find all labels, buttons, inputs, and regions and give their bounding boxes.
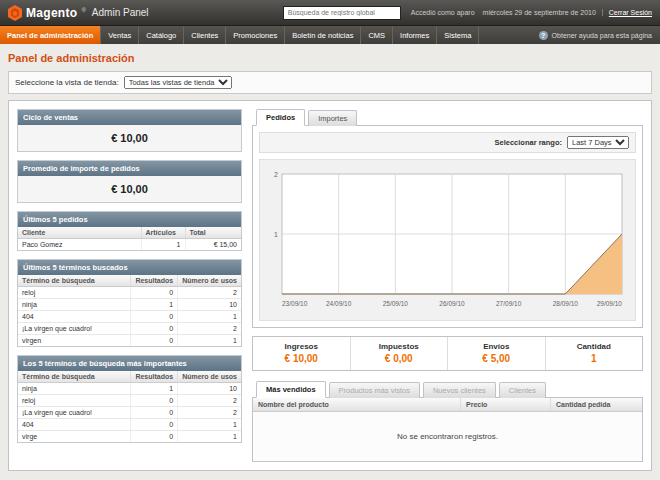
cell-uses: 1 xyxy=(178,431,241,443)
table-row[interactable]: virge 0 1 xyxy=(18,431,241,443)
cell-term: 404 xyxy=(18,311,131,323)
lifetime-sales-value: € 10,00 xyxy=(18,125,241,151)
nav-item-sales[interactable]: Ventas xyxy=(101,26,139,44)
total-revenue-label: Ingresos xyxy=(253,342,350,351)
svg-text:26/09/10: 26/09/10 xyxy=(439,300,465,307)
column-header-items: Artículos xyxy=(141,227,185,239)
global-search-input[interactable] xyxy=(283,6,401,20)
lifetime-sales-title: Ciclo de ventas xyxy=(18,110,241,125)
column-header-uses: Número de usos xyxy=(178,371,241,383)
tab-new-customers: Nuevos clientes xyxy=(423,382,496,398)
total-shipping-label: Envíos xyxy=(448,342,545,351)
svg-text:2: 2 xyxy=(274,171,278,178)
last-search-terms-table: Término de búsqueda Resultados Número de… xyxy=(18,275,241,346)
tab-most-viewed: Productos más vistos xyxy=(329,382,420,398)
grid-header-row: Nombre del producto Precio Cantidad pedi… xyxy=(253,398,642,412)
cell-results: 0 xyxy=(131,407,178,419)
cell-results: 0 xyxy=(131,323,178,335)
cell-results: 0 xyxy=(131,311,178,323)
total-revenue: Ingresos € 10,00 xyxy=(253,337,351,370)
total-tax-label: Impuestos xyxy=(351,342,448,351)
grid-column-product: Nombre del producto xyxy=(253,398,460,411)
tab-orders[interactable]: Pedidos xyxy=(256,109,305,126)
logo-brand-text: Magento xyxy=(26,6,77,20)
store-view-switcher: Seleccione la vista de tienda: Todas las… xyxy=(8,71,652,94)
last-orders-panel: Últimos 5 pedidos Cliente Artículos Tota… xyxy=(17,211,242,251)
table-row[interactable]: ninja 1 10 xyxy=(18,383,241,395)
table-row[interactable]: ¡La virgen que cuadro! 0 2 xyxy=(18,407,241,419)
table-row[interactable]: ¡La virgen que cuadro! 0 2 xyxy=(18,323,241,335)
page-title: Panel de administración xyxy=(8,52,652,64)
cell-term: reloj xyxy=(18,287,131,299)
nav-item-promotions[interactable]: Promociones xyxy=(226,26,285,44)
header-session-info: Accedió como aparo miércoles 29 de septi… xyxy=(411,9,652,16)
range-select[interactable]: Last 7 Days xyxy=(567,136,629,149)
svg-text:29/09/10: 29/09/10 xyxy=(596,300,622,307)
store-view-select[interactable]: Todas las vistas de tienda xyxy=(124,76,232,89)
table-row[interactable]: reloj 0 2 xyxy=(18,395,241,407)
cell-uses: 2 xyxy=(178,287,241,299)
nav-item-system[interactable]: Sistema xyxy=(437,26,479,44)
cell-term: ninja xyxy=(18,299,131,311)
total-tax-value: € 0,00 xyxy=(351,353,448,364)
average-order-title: Promedio de importe de pedidos xyxy=(18,161,241,176)
grid-column-qty: Cantidad pedida xyxy=(550,398,642,411)
cell-results: 0 xyxy=(131,395,178,407)
column-header-term: Término de búsqueda xyxy=(18,275,131,287)
cell-term: 404 xyxy=(18,419,131,431)
page-help-link[interactable]: ? Obtener ayuda para esta página xyxy=(539,26,660,44)
column-header-results: Resultados xyxy=(131,371,178,383)
range-label: Seleccionar rango: xyxy=(494,138,562,147)
nav-item-customers[interactable]: Clientes xyxy=(184,26,226,44)
cell-results: 1 xyxy=(131,383,178,395)
bestsellers-grid: Nombre del producto Precio Cantidad pedi… xyxy=(252,398,643,462)
svg-text:1: 1 xyxy=(274,231,278,238)
lifetime-sales-panel: Ciclo de ventas € 10,00 xyxy=(17,109,242,152)
nav-item-dashboard[interactable]: Panel de administración xyxy=(0,26,101,44)
table-row[interactable]: reloj 0 2 xyxy=(18,287,241,299)
main-nav: Panel de administración Ventas Catálogo … xyxy=(0,26,660,44)
svg-text:25/09/10: 25/09/10 xyxy=(382,300,408,307)
top-search-terms-table: Término de búsqueda Resultados Número de… xyxy=(18,371,241,442)
cell-uses: 1 xyxy=(178,311,241,323)
current-date-text: miércoles 29 de septiembre de 2010 xyxy=(481,9,596,16)
last-search-terms-title: Últimos 5 términos buscados xyxy=(18,260,241,275)
tab-bestsellers[interactable]: Más vendidos xyxy=(256,381,326,398)
cell-results: 0 xyxy=(131,287,178,299)
orders-chart: 1223/09/1024/09/1025/09/1026/09/1027/09/… xyxy=(259,159,636,321)
table-row[interactable]: ninja 1 10 xyxy=(18,299,241,311)
page-content: Panel de administración Seleccione la vi… xyxy=(0,44,660,477)
nav-item-catalog[interactable]: Catálogo xyxy=(139,26,184,44)
cell-results: 0 xyxy=(131,335,178,347)
last-orders-table: Cliente Artículos Total Paco Gomez 1 € 1… xyxy=(18,227,241,250)
grid-empty-message: No se encontraron registros. xyxy=(253,412,642,461)
svg-text:27/09/10: 27/09/10 xyxy=(496,300,522,307)
total-quantity: Cantidad 1 xyxy=(546,337,643,370)
last-search-terms-panel: Últimos 5 términos buscados Término de b… xyxy=(17,259,242,347)
logo-reg-mark: ® xyxy=(81,7,85,13)
nav-item-reports[interactable]: Informes xyxy=(393,26,437,44)
help-icon: ? xyxy=(539,31,548,40)
total-quantity-value: 1 xyxy=(546,353,643,364)
cell-uses: 2 xyxy=(178,395,241,407)
nav-item-newsletter[interactable]: Boletín de noticias xyxy=(285,26,361,44)
cell-term: ¡La virgen que cuadro! xyxy=(18,407,131,419)
cell-results: 0 xyxy=(131,419,178,431)
logout-link[interactable]: Cerrar Sesión xyxy=(602,9,652,16)
average-order-value: € 10,00 xyxy=(18,176,241,202)
tab-customers: Clientes xyxy=(499,382,546,398)
dashboard-left-column: Ciclo de ventas € 10,00 Promedio de impo… xyxy=(17,109,242,443)
table-row[interactable]: 404 0 1 xyxy=(18,311,241,323)
average-order-panel: Promedio de importe de pedidos € 10,00 xyxy=(17,160,242,203)
nav-item-cms[interactable]: CMS xyxy=(361,26,393,44)
table-row[interactable]: 404 0 1 xyxy=(18,419,241,431)
table-header-row: Término de búsqueda Resultados Número de… xyxy=(18,275,241,287)
tab-amounts[interactable]: Importes xyxy=(308,110,357,126)
cell-uses: 2 xyxy=(178,323,241,335)
chart-panel: Seleccionar rango: Last 7 Days 1223/09/1… xyxy=(252,126,643,328)
magento-logo-icon xyxy=(8,5,22,21)
table-row[interactable]: Paco Gomez 1 € 15,00 xyxy=(18,239,241,251)
grid-column-price: Precio xyxy=(460,398,550,411)
table-row[interactable]: virgen 0 1 xyxy=(18,335,241,347)
cell-customer: Paco Gomez xyxy=(18,239,141,251)
